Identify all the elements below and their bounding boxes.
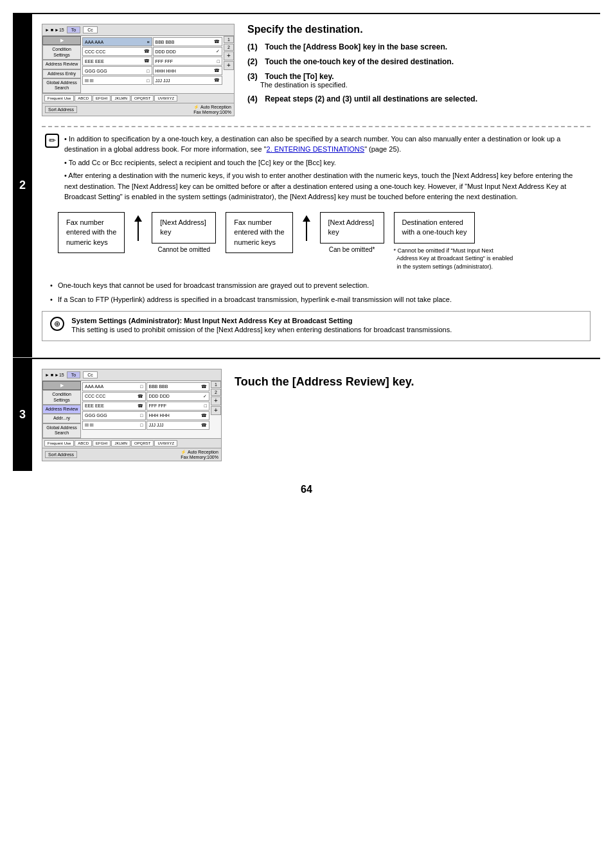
- sidebar-address-entry[interactable]: Address Entry: [42, 69, 81, 78]
- step-3: (3) Touch the [To] key. The destination …: [247, 71, 591, 89]
- right3-btn-plus1[interactable]: +: [211, 396, 221, 405]
- device3-footer: Sort Address ⚡ Auto ReceptionFax Memory:…: [42, 448, 221, 461]
- cell3-fff[interactable]: FFF FFF □: [147, 402, 210, 411]
- cell3-jjj[interactable]: JJJ JJJ ☎: [147, 421, 210, 430]
- cell-aaa-label: AAA AAA: [85, 40, 103, 44]
- sidebar3-condition[interactable]: Condition Settings: [42, 390, 81, 405]
- tab3-jklmn[interactable]: JKLMN: [111, 440, 130, 447]
- note-2: • To add Cc or Bcc recipients, select a …: [64, 157, 587, 168]
- cell3-hhh[interactable]: HHH HHH ☎: [147, 411, 210, 420]
- cell-fff-icon: □: [217, 59, 220, 64]
- tab-uvwxyz[interactable]: UVWXYZ: [154, 95, 177, 102]
- step-3-sub: The destination is specified.: [260, 81, 591, 89]
- arrowshaft-2: [306, 222, 307, 241]
- device3-right-buttons: 1 2 + +: [211, 381, 221, 438]
- cell3-aaa[interactable]: AAA AAA □: [82, 382, 146, 391]
- sidebar-global-search[interactable]: Global Address Search: [42, 78, 81, 93]
- sidebar-address-review[interactable]: Address Review: [42, 60, 81, 69]
- device-mockup-2: ► ■ ►15 To Cc ▶ Condition Settings Addre…: [42, 24, 235, 116]
- cell3-iii-icon: □: [140, 423, 143, 427]
- device3-cc-tab[interactable]: Cc: [83, 371, 98, 378]
- cell3-aaa-icon: □: [140, 384, 143, 389]
- auto3-reception-label: ⚡ Auto ReceptionFax Memory:100%: [181, 450, 218, 459]
- tab3-uvwxyz[interactable]: UVWXYZ: [154, 440, 177, 447]
- note-text-wrapper: • In addition to specification by a one-…: [64, 134, 587, 202]
- diagram-box-fax1: Fax numberentered with thenumeric keys: [58, 212, 125, 253]
- right-btn-plus2[interactable]: +: [224, 61, 234, 70]
- cell-ccc-icon: ☎: [144, 49, 150, 54]
- sidebar-condition-settings[interactable]: Condition Settings: [42, 45, 81, 60]
- cell3-bbb-label: BBB BBB: [149, 384, 168, 389]
- step-3-text: Touch the [To] key.: [265, 72, 333, 81]
- note-row-1: ✏ • In addition to specification by a on…: [45, 134, 587, 202]
- sidebar3-toggle[interactable]: ▶: [42, 381, 81, 390]
- cell-jjj[interactable]: JJJ JJJ ☎: [153, 76, 223, 85]
- cell-aaa-icon: ≡: [147, 40, 149, 44]
- cell-bbb[interactable]: BBB BBB ☎: [153, 37, 223, 46]
- cell-ccc[interactable]: CCC CCC ☎: [82, 47, 152, 56]
- tab3-frequent[interactable]: Frequent Use: [44, 440, 74, 447]
- sidebar-condition[interactable]: ▶: [42, 36, 81, 45]
- device-cc-tab[interactable]: Cc: [83, 26, 98, 33]
- cell3-ggg-label: GGG GGG: [85, 413, 107, 418]
- cell-ggg-label: GGG GGG: [85, 69, 107, 73]
- cell-iii[interactable]: III III □: [82, 76, 152, 85]
- right-btn-1[interactable]: 1: [224, 36, 234, 43]
- device-to-tab[interactable]: To: [67, 26, 80, 33]
- sidebar3-review[interactable]: Address Review: [42, 405, 81, 414]
- cell3-eee[interactable]: EEE EEE ☎: [82, 402, 146, 411]
- sidebar3-entry[interactable]: Addr...ry: [42, 414, 81, 423]
- tab-opqrst[interactable]: OPQRST: [131, 95, 154, 102]
- cell-fff[interactable]: FFF FFF □: [153, 57, 223, 66]
- sort3-address-btn[interactable]: Sort Address: [45, 451, 77, 458]
- cell3-ccc-icon: ☎: [138, 394, 143, 399]
- device-right-buttons: 1 2 + +: [224, 36, 234, 93]
- tab-frequent[interactable]: Frequent Use: [44, 95, 74, 102]
- sidebar3-global[interactable]: Global Address Search: [42, 423, 81, 438]
- right-btn-2[interactable]: 2: [224, 44, 234, 51]
- section-3: 3 ► ■ ►15 To Cc ▶ Condition Settings Add…: [13, 358, 600, 471]
- top-area: ► ■ ►15 To Cc ▶ Condition Settings Addre…: [42, 24, 591, 116]
- cell3-ggg[interactable]: GGG GGG □: [82, 411, 146, 420]
- bullet-2: If a Scan to FTP (Hyperlink) address is …: [58, 294, 591, 305]
- cell3-iii[interactable]: III III □: [82, 421, 146, 430]
- tab3-efghi[interactable]: EFGHI: [93, 440, 111, 447]
- tab3-opqrst[interactable]: OPQRST: [131, 440, 154, 447]
- device-footer: Sort Address ⚡ Auto ReceptionFax Memory:…: [42, 103, 234, 116]
- cell-jjj-icon: ☎: [214, 78, 220, 83]
- cell3-bbb[interactable]: BBB BBB ☎: [147, 382, 210, 391]
- tab-jklmn[interactable]: JKLMN: [111, 95, 130, 102]
- cell-eee[interactable]: EEE EEE ☎: [82, 57, 152, 66]
- right3-btn-plus2[interactable]: +: [211, 406, 221, 415]
- sort-address-btn[interactable]: Sort Address: [45, 106, 77, 113]
- cell3-jjj-label: JJJ JJJ: [149, 423, 164, 427]
- diagram-box-next1: [Next Address]key: [152, 212, 216, 244]
- cell-ddd-icon: ✓: [216, 49, 220, 54]
- arrow-up-2: [303, 215, 310, 241]
- section-3-instructions: Touch the [Address Review] key.: [235, 369, 591, 461]
- cell3-ddd[interactable]: DDD DDD ✓: [147, 392, 210, 401]
- cell3-ccc[interactable]: CCC CCC ☎: [82, 392, 146, 401]
- right3-btn-1[interactable]: 1: [211, 381, 221, 388]
- tab3-abcd[interactable]: ABCD: [75, 440, 92, 447]
- section-2-content: ► ■ ►15 To Cc ▶ Condition Settings Addre…: [32, 14, 600, 357]
- tab-abcd[interactable]: ABCD: [75, 95, 92, 102]
- section-2-number: 2: [13, 14, 32, 357]
- cell-ddd[interactable]: DDD DDD ✓: [153, 47, 223, 56]
- tab-efghi[interactable]: EFGHI: [93, 95, 111, 102]
- cell-ggg[interactable]: GGG GGG □: [82, 66, 152, 75]
- device-header: ► ■ ►15 To Cc: [42, 24, 234, 36]
- can-be-omitted: Can be omitted*: [329, 246, 375, 253]
- right3-btn-2[interactable]: 2: [211, 389, 221, 396]
- cell-eee-icon: ☎: [144, 58, 150, 64]
- cell-hhh[interactable]: HHH HHH ☎: [153, 66, 223, 75]
- diagram-col-4: [Next Address]key Can be omitted*: [320, 212, 384, 253]
- device3-bottom-tabs: Frequent Use ABCD EFGHI JKLMN OPQRST UVW…: [42, 438, 221, 448]
- right-btn-plus1[interactable]: +: [224, 51, 234, 60]
- cell-aaa[interactable]: AAA AAA ≡: [82, 37, 152, 46]
- device3-to-tab[interactable]: To: [67, 371, 80, 378]
- diagram-arrow-2: [303, 212, 310, 241]
- device-bottom-tabs: Frequent Use ABCD EFGHI JKLMN OPQRST UVW…: [42, 93, 234, 103]
- arrowshaft-1: [138, 222, 139, 241]
- device3-header: ► ■ ►15 To Cc: [42, 369, 221, 381]
